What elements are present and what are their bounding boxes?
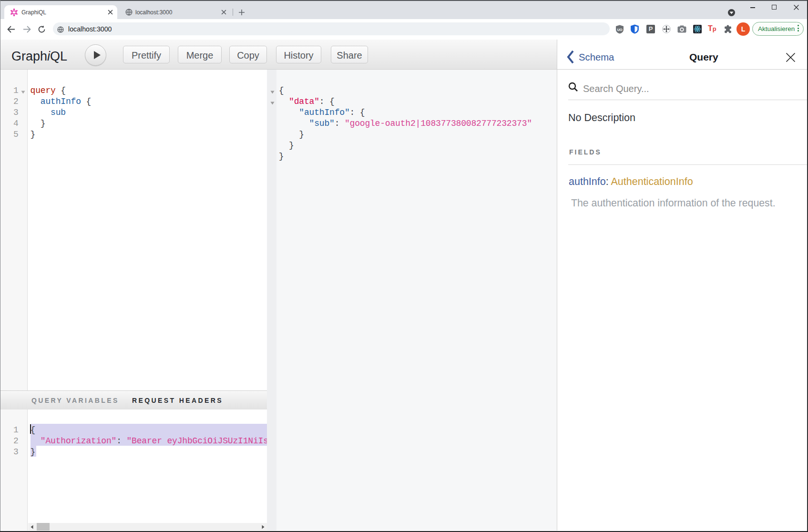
svg-text:UO: UO [617,28,622,32]
